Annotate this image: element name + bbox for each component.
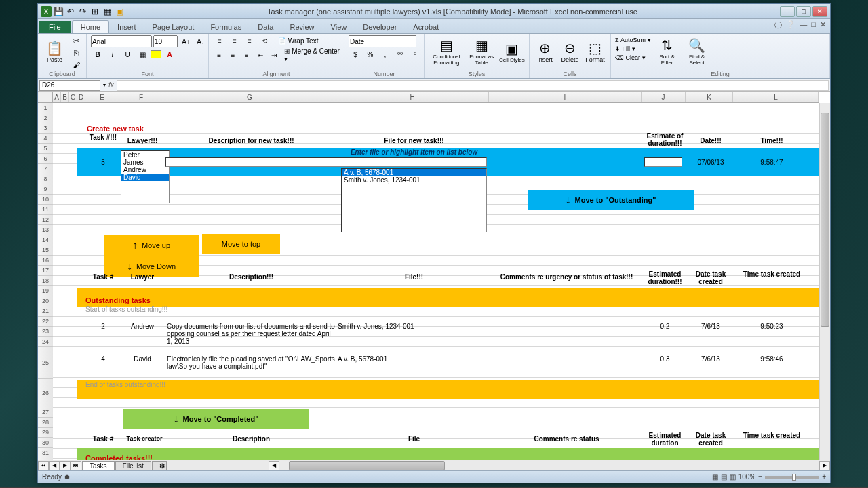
row-header[interactable]: 28 xyxy=(38,418,53,428)
row-header[interactable]: 14 xyxy=(38,235,53,245)
align-left-icon[interactable]: ≡ xyxy=(213,49,225,60)
row-header[interactable]: 23 xyxy=(38,327,53,337)
row-header[interactable]: 15 xyxy=(38,245,53,256)
col-header[interactable]: C xyxy=(69,92,77,102)
undo-icon[interactable]: ↶ xyxy=(65,6,76,17)
align-top-icon[interactable]: ≡ xyxy=(213,35,226,46)
row-header[interactable]: 1 xyxy=(38,103,53,113)
row-header[interactable]: 17 xyxy=(38,266,53,276)
tab-view[interactable]: View xyxy=(323,21,355,33)
col-header[interactable]: K xyxy=(686,92,733,102)
tab-home[interactable]: Home xyxy=(72,20,109,33)
fill-button[interactable]: ⬇ Fill ▾ xyxy=(615,45,651,52)
insert-button[interactable]: ⊕Insert xyxy=(534,35,556,68)
name-box[interactable] xyxy=(39,80,100,91)
row-header[interactable]: 10 xyxy=(38,195,53,205)
move-completed-button[interactable]: ↓Move to "Completed" xyxy=(123,409,309,429)
move-up-button[interactable]: ↑Move up xyxy=(104,235,199,256)
close-doc-icon[interactable]: ✕ xyxy=(820,20,826,30)
cond-format-button[interactable]: ▤Conditional Formatting xyxy=(429,35,465,68)
fill-color-icon[interactable] xyxy=(151,50,161,58)
tab-nav-last[interactable]: ⏭ xyxy=(71,461,81,470)
col-header[interactable]: H xyxy=(336,92,489,102)
help2-icon[interactable]: ❔ xyxy=(786,20,795,30)
row-header[interactable]: 5 xyxy=(38,144,53,154)
row-header[interactable]: 7 xyxy=(38,164,53,174)
col-header[interactable]: J xyxy=(642,92,686,102)
inc-dec-icon[interactable]: ⁰⁰ xyxy=(393,49,407,60)
lawyer-listbox[interactable]: PeterJamesAndrewDavid xyxy=(121,150,170,203)
help-icon[interactable]: ⓘ xyxy=(774,20,782,30)
tab-nav-next[interactable]: ▶ xyxy=(60,461,71,470)
col-header[interactable]: L xyxy=(733,92,819,102)
row-header[interactable]: 31 xyxy=(38,448,53,458)
row-header[interactable]: 26 xyxy=(38,379,53,407)
qat-icon[interactable]: ▣ xyxy=(114,6,125,17)
number-format-select[interactable] xyxy=(349,35,416,47)
row-header[interactable]: 6 xyxy=(38,154,53,164)
col-header[interactable]: B xyxy=(61,92,69,102)
move-outstanding-button[interactable]: ↓Move to "Outstanding" xyxy=(528,190,694,210)
row-header[interactable]: 32 xyxy=(38,458,53,460)
row-header[interactable]: 20 xyxy=(38,296,53,306)
min-ribbon-icon[interactable]: — xyxy=(800,20,807,30)
row-header[interactable]: 30 xyxy=(38,438,53,448)
row-header[interactable]: 12 xyxy=(38,215,53,225)
row-header[interactable]: 24 xyxy=(38,337,53,347)
grow-font-icon[interactable]: A↑ xyxy=(179,36,193,47)
formula-input[interactable] xyxy=(117,80,829,91)
vertical-scrollbar[interactable] xyxy=(819,103,830,460)
paste-button[interactable]: 📋Paste xyxy=(42,35,67,68)
tab-nav-prev[interactable]: ◀ xyxy=(49,461,60,470)
row-header[interactable]: 18 xyxy=(38,276,53,286)
redo-icon[interactable]: ↷ xyxy=(77,6,88,17)
sort-filter-button[interactable]: ⇅Sort & Filter xyxy=(654,35,681,68)
cell-styles-button[interactable]: ▣Cell Styles xyxy=(499,35,525,68)
row-header[interactable]: 27 xyxy=(38,407,53,418)
font-select[interactable] xyxy=(91,35,152,47)
qat-icon[interactable]: ▦ xyxy=(102,6,113,17)
tab-insert[interactable]: Insert xyxy=(109,21,144,33)
lawyer-option[interactable]: James xyxy=(121,159,169,166)
indent-inc-icon[interactable]: ⇥ xyxy=(268,49,280,60)
underline-icon[interactable]: U xyxy=(121,49,134,60)
row-header[interactable]: 3 xyxy=(38,123,53,134)
format-painter-icon[interactable]: 🖌 xyxy=(70,60,82,70)
zoom-out-button[interactable]: − xyxy=(758,473,762,481)
col-header[interactable]: E xyxy=(85,92,119,102)
row-header[interactable]: 9 xyxy=(38,184,53,195)
tab-acrobat[interactable]: Acrobat xyxy=(405,21,447,33)
orient-icon[interactable]: ⟲ xyxy=(258,35,271,46)
tab-data[interactable]: Data xyxy=(250,21,281,33)
copy-icon[interactable]: ⎘ xyxy=(70,47,82,58)
view-break-icon[interactable]: ▥ xyxy=(730,473,736,481)
format-button[interactable]: ⬚Format xyxy=(584,35,606,68)
row-header[interactable]: 11 xyxy=(38,205,53,215)
clear-button[interactable]: ⌫ Clear ▾ xyxy=(615,54,651,61)
autosum-button[interactable]: Σ AutoSum ▾ xyxy=(615,37,651,43)
col-header[interactable]: A xyxy=(53,92,61,102)
align-right-icon[interactable]: ≡ xyxy=(241,49,253,60)
tab-page-layout[interactable]: Page Layout xyxy=(144,21,203,33)
tab-formulas[interactable]: Formulas xyxy=(202,21,250,33)
close-button[interactable]: ✕ xyxy=(812,6,827,17)
col-header[interactable]: I xyxy=(489,92,642,102)
align-bot-icon[interactable]: ≡ xyxy=(243,35,256,46)
col-header[interactable]: G xyxy=(163,92,336,102)
border-icon[interactable]: ▦ xyxy=(136,49,149,60)
row-header[interactable]: 21 xyxy=(38,306,53,317)
select-all-button[interactable] xyxy=(38,92,53,103)
wrap-text-button[interactable]: 📄 Wrap Text xyxy=(278,37,318,45)
shrink-font-icon[interactable]: A↓ xyxy=(194,36,208,47)
row-header[interactable]: 22 xyxy=(38,317,53,327)
view-layout-icon[interactable]: ▤ xyxy=(721,473,727,481)
save-icon[interactable]: 💾 xyxy=(53,6,64,17)
minimize-button[interactable]: — xyxy=(780,6,795,17)
row-header[interactable]: 13 xyxy=(38,225,53,235)
fx-icon[interactable]: fx xyxy=(108,81,114,89)
file-listbox[interactable]: A v. B, 5678-001Smith v. Jones, 1234-001 xyxy=(341,168,487,232)
row-header[interactable]: 16 xyxy=(38,256,53,266)
find-select-button[interactable]: 🔍Find & Select xyxy=(684,35,711,68)
sheet-tab-filelist[interactable]: File list xyxy=(115,461,151,470)
row-header[interactable]: 19 xyxy=(38,286,53,296)
